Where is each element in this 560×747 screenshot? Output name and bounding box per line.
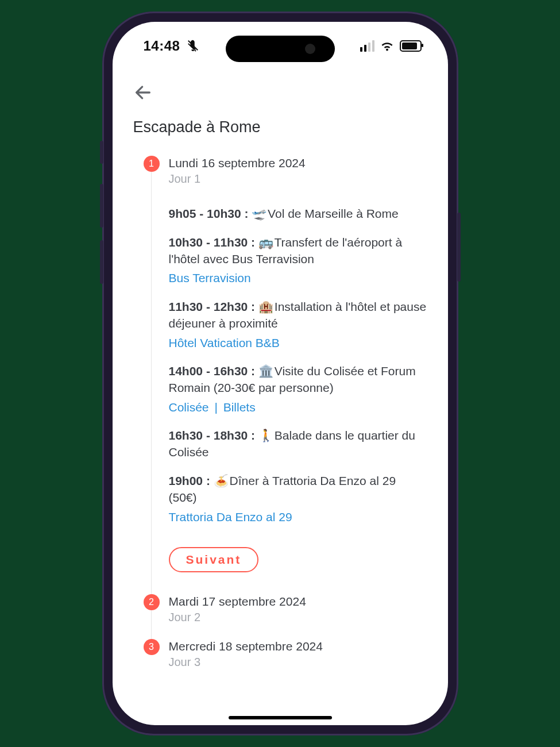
day-badge: 3 bbox=[144, 639, 160, 655]
status-time: 14:48 bbox=[144, 38, 199, 55]
phone-power bbox=[457, 213, 461, 282]
home-indicator[interactable] bbox=[229, 716, 332, 719]
event-link[interactable]: Billets bbox=[223, 401, 256, 414]
event-link[interactable]: Bus Terravision bbox=[169, 271, 251, 284]
dynamic-island bbox=[226, 36, 335, 62]
battery-icon bbox=[400, 40, 422, 52]
phone-screen: 14:48 bbox=[113, 22, 448, 725]
event-time: 16h30 - 18h30 : bbox=[169, 429, 258, 442]
event-emoji-icon: 🍝 bbox=[214, 472, 226, 489]
phone-mute-switch bbox=[100, 141, 103, 164]
day-date: Mardi 17 septembre 2024 bbox=[169, 594, 427, 609]
event-time: 11h30 - 12h30 : bbox=[169, 300, 258, 313]
event-link[interactable]: Hôtel Vatication B&B bbox=[169, 336, 280, 349]
event-time: 10h30 - 11h30 : bbox=[169, 236, 258, 249]
day-date: Lundi 16 septembre 2024 bbox=[169, 156, 427, 170]
page-title: Escapade à Rome bbox=[133, 118, 427, 136]
itinerary-timeline: 1Lundi 16 septembre 2024Jour 19h05 - 10h… bbox=[144, 156, 427, 684]
event-item: 9h05 - 10h30 : 🛫 Vol de Marseille à Rome bbox=[169, 205, 427, 222]
next-button[interactable]: Suivant bbox=[169, 547, 259, 572]
day-subtitle: Jour 1 bbox=[169, 172, 427, 186]
event-time: 9h05 - 10h30 : bbox=[169, 207, 252, 220]
phone-frame: 14:48 bbox=[102, 11, 458, 736]
event-item: 11h30 - 12h30 : 🏨 Installation à l'hôtel… bbox=[169, 298, 427, 351]
event-emoji-icon: 🏨 bbox=[258, 298, 271, 315]
wifi-icon bbox=[380, 40, 394, 52]
phone-volume-down bbox=[100, 240, 103, 284]
event-emoji-icon: 🚌 bbox=[258, 234, 271, 251]
event-item: 10h30 - 11h30 : 🚌 Transfert de l'aéropor… bbox=[169, 234, 427, 287]
event-time: 14h00 - 16h30 : bbox=[169, 364, 258, 378]
event-link[interactable]: Trattoria Da Enzo al 29 bbox=[169, 510, 292, 523]
status-time-text: 14:48 bbox=[144, 38, 180, 53]
event-item: 16h30 - 18h30 : 🚶 Balade dans le quartie… bbox=[169, 427, 427, 461]
dual-signal-icon bbox=[360, 40, 374, 52]
event-text: Vol de Marseille à Rome bbox=[264, 207, 398, 220]
day-badge: 2 bbox=[144, 594, 160, 610]
day-date: Mercredi 18 septembre 2024 bbox=[169, 639, 427, 653]
mute-icon bbox=[187, 39, 199, 55]
day-2[interactable]: 2Mardi 17 septembre 2024Jour 2 bbox=[144, 594, 427, 639]
phone-volume-up bbox=[100, 184, 103, 228]
day-subtitle: Jour 2 bbox=[169, 611, 427, 624]
event-item: 14h00 - 16h30 : 🏛️ Visite du Colisée et … bbox=[169, 363, 427, 415]
event-item: 19h00 : 🍝 Dîner à Trattoria Da Enzo al 2… bbox=[169, 472, 427, 525]
event-time: 19h00 : bbox=[169, 474, 214, 487]
event-link[interactable]: Colisée bbox=[169, 401, 209, 414]
back-button[interactable] bbox=[133, 83, 427, 102]
day-badge: 1 bbox=[144, 156, 160, 172]
day-subtitle: Jour 3 bbox=[169, 656, 427, 669]
day-3[interactable]: 3Mercredi 18 septembre 2024Jour 3 bbox=[144, 639, 427, 684]
day-1[interactable]: 1Lundi 16 septembre 2024Jour 19h05 - 10h… bbox=[144, 156, 427, 594]
event-emoji-icon: 🛫 bbox=[252, 205, 264, 222]
event-emoji-icon: 🏛️ bbox=[258, 363, 271, 379]
event-emoji-icon: 🚶 bbox=[258, 427, 271, 444]
